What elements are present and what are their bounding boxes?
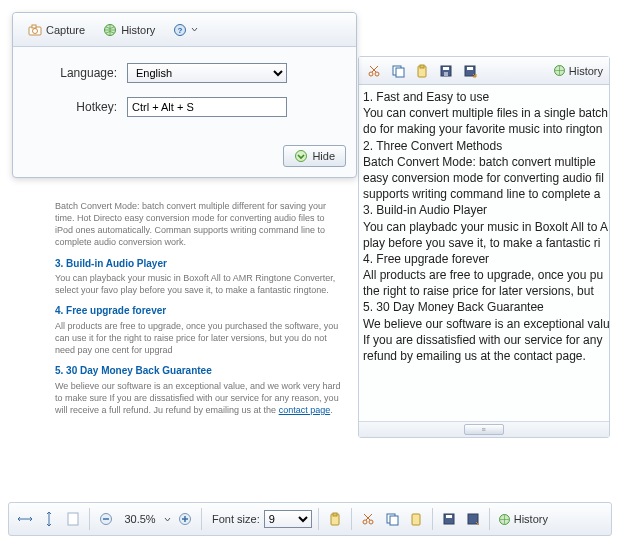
svg-text:?: ? <box>178 26 183 35</box>
right-line: 1. Fast and Easy to use <box>363 89 607 105</box>
chevron-down-icon[interactable] <box>164 516 171 523</box>
svg-rect-14 <box>443 67 449 70</box>
bg-section-4-title: 4. Free upgrade forever <box>55 304 345 318</box>
right-panel: History 1. Fast and Easy to useYou can c… <box>358 56 610 438</box>
bg-section-5-body: We believe our software is an exceptiona… <box>55 380 345 416</box>
right-line: 5. 30 Day Money Back Guarantee <box>363 299 607 315</box>
svg-point-1 <box>33 28 38 33</box>
svg-rect-28 <box>412 514 420 525</box>
svg-point-8 <box>375 72 379 76</box>
right-line: You can playbadc your music in Boxolt Al… <box>363 219 607 235</box>
bottom-history-button[interactable]: History <box>498 513 548 526</box>
svg-rect-23 <box>333 513 337 516</box>
page-icon[interactable] <box>63 509 83 529</box>
paste-icon-2[interactable] <box>406 509 426 529</box>
background-document: Batch Convert Mode: batch convert multip… <box>55 200 345 416</box>
hide-label: Hide <box>312 150 335 162</box>
save-as-icon[interactable] <box>461 62 479 80</box>
save-icon-2[interactable] <box>439 509 459 529</box>
zoom-out-button[interactable] <box>96 509 116 529</box>
globe-icon <box>498 513 511 526</box>
right-line: 4. Free upgrade forever <box>363 251 607 267</box>
fontsize-label: Font size: <box>212 513 260 525</box>
right-line: You can convert multiple files in a sing… <box>363 105 607 121</box>
camera-icon <box>28 23 42 37</box>
svg-rect-19 <box>68 513 78 525</box>
right-line: easy conversion mode for converting audi… <box>363 170 607 186</box>
cut-icon[interactable] <box>358 509 378 529</box>
popup-body: Language: English Hotkey: Hide <box>13 47 356 177</box>
fit-height-button[interactable] <box>39 509 59 529</box>
svg-point-25 <box>369 520 373 524</box>
bottom-history-label: History <box>514 513 548 525</box>
svg-point-24 <box>363 520 367 524</box>
bg-section-3-body: You can playback your music in Boxoft Al… <box>55 272 345 296</box>
zoom-in-button[interactable] <box>175 509 195 529</box>
right-line: the right to raise price for later versi… <box>363 283 607 299</box>
save-icon[interactable] <box>437 62 455 80</box>
scissors-icon[interactable] <box>365 62 383 80</box>
globe-icon <box>103 23 117 37</box>
bg-section-3-title: 3. Build-in Audio Player <box>55 257 345 271</box>
svg-rect-17 <box>467 67 473 70</box>
right-line: refund by emailing us at the contact pag… <box>363 348 607 364</box>
fit-width-button[interactable] <box>15 509 35 529</box>
popup-toolbar: Capture History ? <box>13 13 356 47</box>
save-as-icon-2[interactable] <box>463 509 483 529</box>
right-body: 1. Fast and Easy to useYou can convert m… <box>359 85 609 421</box>
right-line: Batch Convert Mode: batch convert multip… <box>363 154 607 170</box>
right-line: If you are dissatisfied with our service… <box>363 332 607 348</box>
right-line: supports writing command line to complet… <box>363 186 607 202</box>
hide-button[interactable]: Hide <box>283 145 346 167</box>
clipboard-icon[interactable] <box>325 509 345 529</box>
right-line: 3. Build-in Audio Player <box>363 202 607 218</box>
right-history-label: History <box>569 65 603 77</box>
hotkey-input[interactable] <box>127 97 287 117</box>
down-arrow-icon <box>294 149 308 163</box>
settings-popup: Capture History ? Language: English Hotk… <box>12 12 357 178</box>
svg-rect-10 <box>396 68 404 77</box>
copy-icon-2[interactable] <box>382 509 402 529</box>
right-line: do for making your favorite music into r… <box>363 121 607 137</box>
right-line: We believe our software is an exceptiona… <box>363 316 607 332</box>
bg-section-4-body: All products are free to upgrade, once y… <box>55 320 345 356</box>
language-select[interactable]: English <box>127 63 287 83</box>
zoom-value: 30.5% <box>120 513 160 525</box>
svg-rect-12 <box>420 65 424 68</box>
history-label: History <box>121 24 155 36</box>
right-line: 2. Three Convert Methods <box>363 138 607 154</box>
right-toolbar: History <box>359 57 609 85</box>
language-label: Language: <box>31 66 117 80</box>
svg-rect-2 <box>32 25 36 28</box>
history-button[interactable]: History <box>96 19 162 41</box>
contact-link[interactable]: contact page <box>279 405 331 415</box>
capture-label: Capture <box>46 24 85 36</box>
svg-rect-27 <box>390 516 398 525</box>
chevron-down-icon <box>191 26 198 33</box>
copy-icon[interactable] <box>389 62 407 80</box>
svg-point-6 <box>296 151 307 162</box>
fontsize-select[interactable]: 9 <box>264 510 312 528</box>
paste-icon[interactable] <box>413 62 431 80</box>
right-history-button[interactable]: History <box>553 64 603 77</box>
svg-point-7 <box>369 72 373 76</box>
capture-button[interactable]: Capture <box>21 19 92 41</box>
right-line: play before you save it, to make a fanta… <box>363 235 607 251</box>
scroll-grip: ≡ <box>481 426 486 433</box>
bg-section-5-title: 5. 30 Day Money Back Guarantee <box>55 364 345 378</box>
horizontal-scrollbar[interactable]: ≡ <box>359 421 609 437</box>
right-line: All products are free to upgrade, once y… <box>363 267 607 283</box>
svg-rect-30 <box>446 515 452 518</box>
bg-intro: Batch Convert Mode: batch convert multip… <box>55 200 345 249</box>
globe-icon <box>553 64 566 77</box>
help-button[interactable]: ? <box>166 19 205 41</box>
bottom-toolbar: 30.5% Font size: 9 History <box>8 502 612 536</box>
hotkey-label: Hotkey: <box>31 100 117 114</box>
help-icon: ? <box>173 23 187 37</box>
svg-rect-15 <box>444 72 448 76</box>
